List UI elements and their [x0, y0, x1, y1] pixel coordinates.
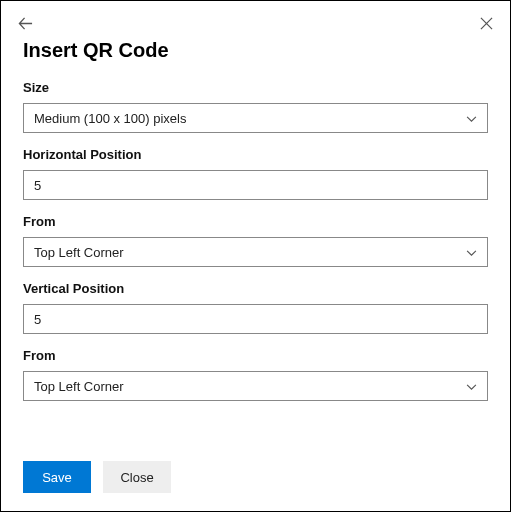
save-button[interactable]: Save	[23, 461, 91, 493]
close-button[interactable]: Close	[103, 461, 171, 493]
size-label: Size	[23, 80, 488, 95]
arrow-left-icon	[18, 16, 33, 31]
insert-qr-code-dialog: Insert QR Code Size Medium (100 x 100) p…	[0, 0, 511, 512]
chevron-down-icon	[466, 245, 477, 260]
chevron-down-icon	[466, 111, 477, 126]
horizontal-position-input[interactable]: 5	[23, 170, 488, 200]
horizontal-from-select[interactable]: Top Left Corner	[23, 237, 488, 267]
horizontal-position-value: 5	[34, 178, 41, 193]
dialog-titlebar	[15, 13, 496, 33]
dialog-title: Insert QR Code	[23, 39, 488, 62]
vertical-position-value: 5	[34, 312, 41, 327]
vertical-position-input[interactable]: 5	[23, 304, 488, 334]
size-value: Medium (100 x 100) pixels	[34, 111, 186, 126]
dialog-footer: Save Close	[23, 461, 488, 493]
horizontal-position-label: Horizontal Position	[23, 147, 488, 162]
close-dialog-button[interactable]	[476, 13, 496, 33]
back-button[interactable]	[15, 13, 35, 33]
close-icon	[480, 17, 493, 30]
chevron-down-icon	[466, 379, 477, 394]
horizontal-from-label: From	[23, 214, 488, 229]
horizontal-from-value: Top Left Corner	[34, 245, 124, 260]
size-select[interactable]: Medium (100 x 100) pixels	[23, 103, 488, 133]
vertical-from-label: From	[23, 348, 488, 363]
vertical-position-label: Vertical Position	[23, 281, 488, 296]
vertical-from-value: Top Left Corner	[34, 379, 124, 394]
vertical-from-select[interactable]: Top Left Corner	[23, 371, 488, 401]
